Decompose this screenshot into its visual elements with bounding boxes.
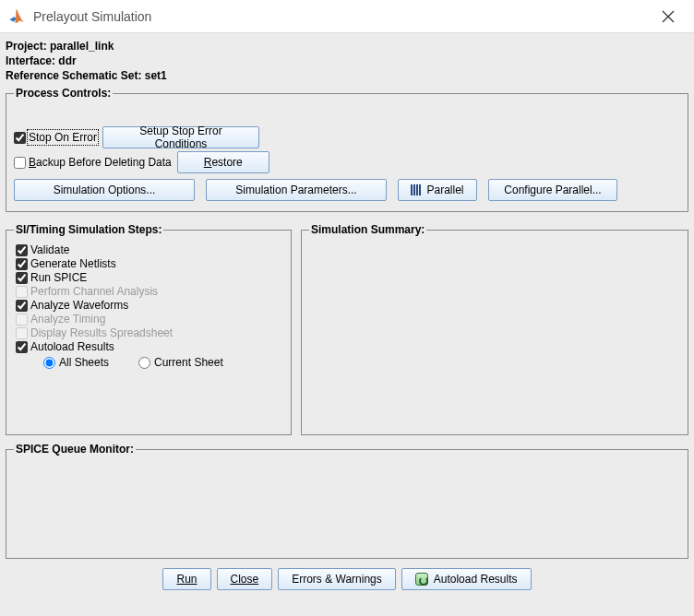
run-spice-checkbox[interactable]: Run SPICE — [16, 271, 283, 284]
matlab-icon — [7, 7, 26, 26]
stop-on-error-checkbox[interactable]: Stop On Error — [14, 131, 97, 144]
simulation-steps-group: SI/Timing Simulation Steps: Validate Gen… — [6, 223, 292, 435]
simulation-summary-legend: Simulation Summary: — [309, 223, 426, 236]
configure-parallel-button[interactable]: Configure Parallel... — [488, 179, 617, 201]
simulation-summary-group: Simulation Summary: — [301, 223, 688, 435]
parallel-icon — [411, 184, 421, 195]
project-label: Project: parallel_link — [6, 39, 688, 53]
autoload-icon — [415, 573, 428, 586]
close-icon — [662, 10, 675, 23]
restore-button[interactable]: Restore — [177, 151, 269, 173]
simulation-parameters-button[interactable]: Simulation Parameters... — [206, 179, 387, 201]
stop-on-error-label: Stop On Error — [29, 131, 97, 144]
close-window-button[interactable] — [650, 0, 687, 33]
backup-before-delete-checkbox[interactable]: Backup Before Deleting Data — [14, 156, 172, 169]
errors-warnings-button[interactable]: Errors & Warnings — [278, 568, 396, 590]
process-controls-legend: Process Controls: — [14, 87, 113, 100]
all-sheets-radio[interactable]: All Sheets — [43, 356, 109, 369]
spice-queue-monitor-group: SPICE Queue Monitor: — [6, 443, 688, 559]
spice-queue-legend: SPICE Queue Monitor: — [14, 443, 136, 456]
backup-label: Backup Before Deleting Data — [29, 156, 172, 169]
interface-label: Interface: ddr — [6, 53, 688, 68]
current-sheet-radio[interactable]: Current Sheet — [138, 356, 223, 369]
display-results-checkbox: Display Results Spreadsheet — [16, 326, 283, 339]
setup-stop-error-button[interactable]: Setup Stop Error Conditions — [102, 126, 259, 148]
process-controls-group: Process Controls: Stop On Error Setup St… — [6, 87, 688, 212]
run-button[interactable]: Run — [162, 568, 210, 590]
simulation-options-button[interactable]: Simulation Options... — [14, 179, 195, 201]
analyze-timing-checkbox: Analyze Timing — [16, 313, 283, 326]
generate-netlists-checkbox[interactable]: Generate Netlists — [16, 257, 283, 270]
perform-channel-checkbox: Perform Channel Analysis — [16, 285, 283, 298]
window-title: Prelayout Simulation — [33, 9, 650, 24]
parallel-button[interactable]: Parallel — [398, 179, 477, 201]
refset-label: Reference Schematic Set: set1 — [6, 68, 688, 83]
autoload-results-checkbox[interactable]: Autoload Results — [16, 340, 283, 353]
simulation-steps-legend: SI/Timing Simulation Steps: — [14, 223, 163, 236]
analyze-waveforms-checkbox[interactable]: Analyze Waveforms — [16, 299, 283, 312]
autoload-results-button[interactable]: Autoload Results — [401, 568, 532, 590]
close-button[interactable]: Close — [217, 568, 273, 590]
validate-checkbox[interactable]: Validate — [16, 243, 283, 256]
